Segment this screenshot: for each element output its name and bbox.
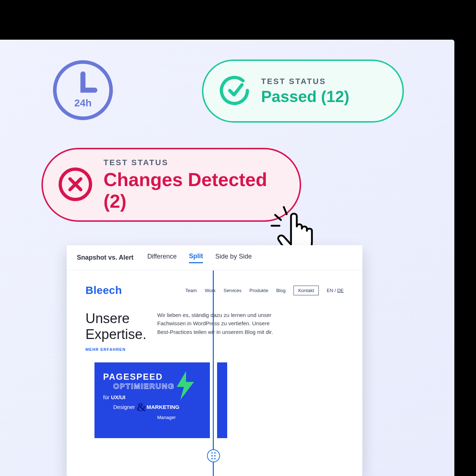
site-preview: Bleech Team Work Services Produkte Blog … xyxy=(75,278,354,468)
canvas: 24h TEST STATUS Passed (12) TEST STATUS … xyxy=(0,40,454,476)
card-pagespeed[interactable]: PAGESPEED OPTIMIERUNG für UX/UI Designer… xyxy=(94,362,210,438)
status-pill-changes[interactable]: TEST STATUS Changes Detected (2) xyxy=(41,148,301,222)
nav-lang[interactable]: EN / DE xyxy=(327,288,344,293)
hero-more-link[interactable]: MEHR ERFAHREN xyxy=(85,347,146,352)
split-view: Bleech Team Work Services Produkte Blog … xyxy=(67,270,362,476)
status-label: TEST STATUS xyxy=(261,77,349,86)
status-value: Passed (12) xyxy=(261,88,349,106)
site-nav: Bleech Team Work Services Produkte Blog … xyxy=(75,278,354,300)
hero-title: UnsereExpertise. xyxy=(85,311,146,342)
svg-text:24h: 24h xyxy=(74,97,92,109)
status-value: Changes Detected (2) xyxy=(103,169,282,212)
nav-produkte[interactable]: Produkte xyxy=(250,288,268,293)
nav-work[interactable]: Work xyxy=(205,288,216,293)
svg-line-3 xyxy=(275,215,281,220)
top-black-bar xyxy=(0,0,379,40)
bolt-icon xyxy=(175,371,195,400)
comparison-panel: Snapshot vs. Alert Difference Split Side… xyxy=(67,245,362,476)
tab-side-by-side[interactable]: Side by Side xyxy=(215,253,252,263)
nav-team[interactable]: Team xyxy=(185,288,197,293)
drag-handle-icon xyxy=(211,452,216,459)
split-handle[interactable] xyxy=(207,449,220,462)
split-divider[interactable] xyxy=(213,270,214,476)
panel-title: Snapshot vs. Alert xyxy=(77,254,133,261)
nav-kontakt[interactable]: Kontakt xyxy=(294,286,319,295)
hero-body: Wir lieben es, ständig dazu zu lernen un… xyxy=(157,311,276,352)
status-label: TEST STATUS xyxy=(103,158,282,167)
x-circle-icon xyxy=(57,166,93,204)
checkmark-circle-icon xyxy=(218,74,251,109)
nav-blog[interactable]: Blog xyxy=(276,288,286,293)
svg-line-4 xyxy=(284,207,287,214)
tab-difference[interactable]: Difference xyxy=(147,253,177,263)
clock-24h-icon: 24h xyxy=(52,60,114,121)
svg-marker-6 xyxy=(177,371,194,400)
tab-split[interactable]: Split xyxy=(189,252,203,263)
nav-services[interactable]: Services xyxy=(224,288,242,293)
site-brand: Bleech xyxy=(85,284,122,296)
status-pill-passed[interactable]: TEST STATUS Passed (12) xyxy=(202,60,404,123)
card-secondary xyxy=(217,362,227,438)
panel-tabbar: Snapshot vs. Alert Difference Split Side… xyxy=(67,245,362,270)
